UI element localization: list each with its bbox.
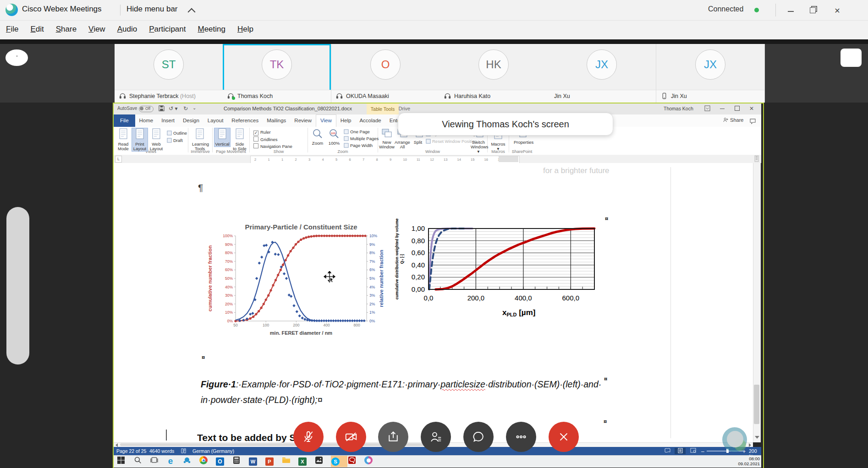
taskbar-icon-taskview[interactable] — [149, 456, 159, 466]
stop-video-button[interactable] — [336, 422, 366, 452]
ribbon-button-new-window[interactable]: NewWindow — [379, 128, 395, 149]
participant-tile-5[interactable]: JXJin Xu — [548, 44, 656, 103]
leave-meeting-button[interactable] — [549, 422, 579, 452]
word-restore-button[interactable] — [731, 103, 743, 114]
checkbox-ruler[interactable]: ✓Ruler — [253, 130, 271, 136]
word-minimize-button[interactable] — [716, 103, 729, 114]
taskbar-clock[interactable]: 08:0009.02.2021 — [715, 456, 760, 466]
tab-stop-selector[interactable]: L — [115, 156, 122, 163]
taskbar-icon-search[interactable] — [132, 456, 143, 466]
participant-tile-4[interactable]: HKHaruhisa Kato — [439, 44, 548, 103]
ribbon-item-multiple-pages[interactable]: Multiple Pages — [344, 136, 379, 141]
participant-tile-2[interactable]: TKThomas Koch — [223, 44, 331, 103]
mute-button[interactable] — [293, 422, 324, 452]
taskbar-icon-photos[interactable] — [314, 456, 324, 466]
ribbon-button-web-layout[interactable]: WebLayout — [148, 128, 164, 151]
ribbon-button-zoom-[interactable]: Zoom — [310, 128, 325, 146]
zoom-in-button[interactable] — [13, 290, 23, 302]
language-indicator[interactable]: German (Germany) — [192, 448, 234, 454]
meeting-info-button[interactable] — [5, 49, 28, 66]
quickaccess-more-icon[interactable]: ⌄ — [192, 105, 196, 110]
taskbar-icon-outlook[interactable]: O — [215, 456, 225, 466]
ribbon-display-icon[interactable] — [704, 105, 710, 112]
menu-file[interactable]: File — [0, 21, 24, 34]
ribbon-tab-view[interactable]: View — [316, 114, 336, 127]
autosave-toggle[interactable]: Off — [139, 106, 154, 112]
word-count[interactable]: 4640 words — [149, 448, 174, 454]
redo-icon[interactable]: ↻ — [183, 105, 188, 112]
ribbon-tab-insert[interactable]: Insert — [157, 114, 179, 127]
participants-button[interactable] — [421, 422, 451, 452]
taskbar-icon-edge[interactable]: e — [165, 456, 176, 466]
print-layout-button[interactable] — [675, 448, 686, 454]
checkbox-navigation-pane[interactable]: Navigation Pane — [253, 143, 292, 149]
proofing-icon[interactable] — [181, 448, 187, 455]
web-layout-button[interactable] — [687, 448, 698, 454]
page-indicator[interactable]: Page 22 of 25 — [116, 448, 146, 454]
minimize-button[interactable] — [784, 5, 797, 16]
participant-tile-3[interactable]: OOKUDA Masaaki — [331, 44, 440, 103]
menu-share[interactable]: Share — [50, 21, 82, 34]
ribbon-tab-home[interactable]: Home — [135, 114, 158, 127]
read-mode-button[interactable] — [662, 448, 673, 454]
ribbon-button-read-mode[interactable]: ReadMode — [115, 128, 131, 151]
checkbox-gridlines[interactable]: Gridlines — [253, 136, 278, 142]
ribbon-button-learning-tools[interactable]: LearningTools — [192, 128, 208, 151]
hide-menu-bar-button[interactable]: Hide menu bar — [126, 5, 178, 14]
taskbar-icon-acrobat[interactable] — [347, 456, 357, 466]
participant-tile-1[interactable]: STStephanie Terbrack (Host) — [115, 44, 223, 103]
taskbar-icon-jabber[interactable] — [182, 456, 192, 466]
taskbar-icon-skype[interactable]: S — [330, 456, 341, 466]
ribbon-tab-mailings[interactable]: Mailings — [263, 114, 290, 127]
scroll-right-arrow[interactable] — [749, 443, 751, 447]
share-content-button[interactable] — [378, 422, 408, 452]
undo-icon[interactable]: ↺ ▾ — [169, 105, 177, 112]
menu-help[interactable]: Help — [231, 21, 259, 34]
context-tab-table-tools[interactable]: Table Tools — [367, 103, 399, 114]
ribbon-item-one-page[interactable]: One Page — [344, 129, 370, 134]
close-button[interactable]: ✕ — [830, 6, 844, 16]
ribbon-button-100%-[interactable]: 100100% — [326, 128, 342, 146]
scroll-down-arrow[interactable] — [755, 436, 759, 439]
remote-control-button[interactable] — [13, 251, 23, 263]
taskbar-icon-chrome[interactable] — [198, 456, 209, 466]
participant-tile-6[interactable]: JXJin Xu — [656, 44, 765, 103]
zoom-out-minus[interactable]: – — [701, 448, 704, 455]
ribbon-item-page-width[interactable]: Page Width — [344, 143, 373, 148]
ribbon-button-vertical-[interactable]: Vertical — [214, 128, 230, 147]
word-close-button[interactable]: ✕ — [745, 105, 758, 112]
vertical-scroll-thumb[interactable] — [754, 385, 759, 424]
save-icon[interactable] — [159, 105, 165, 112]
more-options-button[interactable] — [506, 422, 536, 452]
ribbon-button-side-to-side[interactable]: Sideto Side — [232, 128, 247, 151]
taskbar-icon-start[interactable] — [116, 456, 126, 466]
ribbon-tab-layout[interactable]: Layout — [203, 114, 228, 127]
ribbon-tab-design[interactable]: Design — [179, 114, 203, 127]
menu-participant[interactable]: Participant — [143, 21, 192, 34]
ribbon-item-outline[interactable]: Outline — [167, 131, 187, 136]
chat-button[interactable] — [463, 422, 494, 452]
word-share-button[interactable]: Share — [723, 117, 743, 123]
restore-button[interactable] — [806, 5, 819, 16]
taskbar-icon-excel[interactable]: X — [297, 456, 308, 466]
ribbon-tab-references[interactable]: References — [227, 114, 263, 127]
taskbar-icon-calculator[interactable] — [231, 456, 242, 466]
ribbon-tab-file[interactable]: File — [114, 114, 135, 127]
ribbon-tab-accolade[interactable]: Accolade — [355, 114, 385, 127]
taskbar-icon-word[interactable]: W — [248, 456, 258, 466]
taskbar-icon-powerpoint[interactable]: P — [264, 456, 275, 466]
menu-edit[interactable]: Edit — [24, 21, 49, 34]
layout-toggle-button[interactable] — [841, 49, 862, 67]
taskbar-icon-webex-teams[interactable] — [363, 456, 374, 466]
menu-view[interactable]: View — [82, 21, 111, 34]
annotate-button[interactable] — [13, 213, 23, 225]
ribbon-tab-help[interactable]: Help — [336, 114, 356, 127]
menu-meeting[interactable]: Meeting — [192, 21, 231, 34]
ribbon-item-draft[interactable]: Draft — [167, 138, 183, 143]
ribbon-button-print-layout[interactable]: PrintLayout — [132, 128, 148, 151]
ribbon-tab-review[interactable]: Review — [290, 114, 316, 127]
zoom-out-button[interactable] — [13, 328, 23, 340]
menu-audio[interactable]: Audio — [111, 21, 143, 34]
scroll-left-arrow[interactable] — [115, 443, 118, 447]
comments-icon[interactable] — [750, 118, 756, 126]
